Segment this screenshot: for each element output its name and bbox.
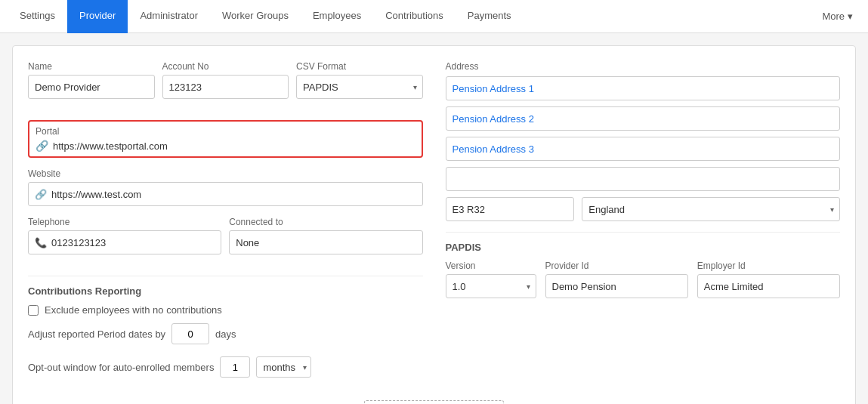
divider — [28, 276, 423, 276]
more-menu[interactable]: More ▾ — [814, 0, 860, 33]
adjust-input[interactable] — [171, 323, 209, 344]
link-icon: 🔗 — [35, 189, 47, 200]
portal-input-row: 🔗 — [36, 140, 415, 152]
papdis-row: Version 1.0 2.0 ▾ Provider Id — [446, 261, 841, 298]
employer-id-input[interactable] — [697, 274, 840, 298]
employer-id-label: Employer Id — [697, 261, 840, 271]
name-label: Name — [28, 61, 155, 72]
version-select[interactable]: 1.0 2.0 — [446, 274, 536, 298]
address-section: Address England Scotland Wales — [446, 61, 841, 221]
website-label: Website — [28, 168, 423, 179]
tab-administrator[interactable]: Administrator — [128, 0, 210, 33]
provider-card: Name Account No CSV Format PAPDIS CSV — [12, 45, 856, 404]
tab-provider[interactable]: Provider — [67, 0, 128, 33]
csv-format-select[interactable]: PAPDIS CSV Other — [296, 75, 423, 99]
address-4-blank — [446, 167, 841, 191]
name-input[interactable] — [28, 75, 155, 99]
papdis-title: PAPDIS — [446, 242, 841, 253]
exclude-checkbox[interactable] — [28, 305, 39, 316]
address-2-input[interactable] — [446, 106, 841, 131]
optout-label: Opt-out window for auto-enrolled members — [28, 362, 214, 373]
adjust-unit: days — [215, 328, 236, 340]
portal-wrapper: Portal 🔗 — [28, 120, 423, 158]
provider-id-input[interactable] — [545, 274, 688, 298]
website-field-group: Website 🔗 — [28, 168, 423, 206]
account-no-label: Account No — [162, 61, 289, 72]
exclude-checkbox-row: Exclude employees with no contributions — [28, 304, 423, 316]
portal-input[interactable] — [53, 140, 415, 152]
connected-to-field-group: Connected to — [229, 217, 422, 254]
website-input-wrapper: 🔗 — [28, 182, 423, 206]
portal-label: Portal — [36, 126, 415, 137]
telephone-field-group: Telephone 📞 — [28, 217, 221, 254]
main-content: Name Account No CSV Format PAPDIS CSV — [0, 33, 868, 404]
account-no-field-group: Account No — [162, 61, 289, 99]
telephone-label: Telephone — [28, 217, 221, 227]
adjust-label: Adjust reported Period dates by — [28, 328, 165, 340]
connected-to-input[interactable] — [229, 230, 422, 254]
version-field-group: Version 1.0 2.0 ▾ — [446, 261, 536, 298]
postcode-input[interactable] — [446, 197, 575, 221]
months-select-wrapper: months weeks days ▾ — [256, 356, 311, 378]
contributions-reporting-title: Contributions Reporting — [28, 285, 423, 297]
papdis-divider — [446, 232, 841, 233]
name-field-group: Name — [28, 61, 155, 99]
csv-format-label: CSV Format — [296, 61, 423, 72]
right-column: Address England Scotland Wales — [446, 61, 841, 388]
address-3-input[interactable] — [446, 137, 841, 161]
link-icon: 🔗 — [36, 140, 48, 152]
employer-id-field-group: Employer Id — [697, 261, 840, 298]
country-select[interactable]: England Scotland Wales Northern Ireland — [582, 197, 840, 221]
csv-format-field-group: CSV Format PAPDIS CSV Other ▾ — [296, 61, 423, 99]
tab-contributions[interactable]: Contributions — [373, 0, 456, 33]
optout-number-input[interactable] — [220, 356, 250, 378]
optout-row: Opt-out window for auto-enrolled members… — [28, 356, 423, 378]
nav-bar: Settings Provider Administrator Worker G… — [0, 0, 868, 33]
address-1-input[interactable] — [446, 76, 841, 100]
tab-employees[interactable]: Employees — [301, 0, 373, 33]
left-column: Name Account No CSV Format PAPDIS CSV — [28, 61, 423, 388]
chevron-down-icon: ▾ — [848, 11, 853, 22]
update-pension-button[interactable]: Update Pension Scheme — [364, 400, 505, 404]
adjust-row: Adjust reported Period dates by days — [28, 323, 423, 344]
telephone-input[interactable] — [51, 237, 215, 248]
version-select-wrapper: 1.0 2.0 ▾ — [446, 274, 536, 298]
provider-id-label: Provider Id — [545, 261, 688, 271]
telephone-input-wrapper: 📞 — [28, 230, 221, 254]
address-label: Address — [446, 61, 841, 72]
website-input[interactable] — [51, 189, 416, 200]
country-select-wrapper: England Scotland Wales Northern Ireland … — [582, 197, 840, 221]
csv-format-select-wrapper: PAPDIS CSV Other ▾ — [296, 75, 423, 99]
version-label: Version — [446, 261, 536, 271]
postcode-country-row: England Scotland Wales Northern Ireland … — [446, 197, 841, 221]
telephone-connected-row: Telephone 📞 Connected to — [28, 217, 423, 265]
form-grid: Name Account No CSV Format PAPDIS CSV — [28, 61, 840, 388]
tab-payments[interactable]: Payments — [456, 0, 524, 33]
phone-icon: 📞 — [35, 237, 47, 248]
top-row: Name Account No CSV Format PAPDIS CSV — [28, 61, 423, 109]
account-no-input[interactable] — [162, 75, 289, 99]
tab-worker-groups[interactable]: Worker Groups — [210, 0, 301, 33]
provider-id-field-group: Provider Id — [545, 261, 688, 298]
months-select[interactable]: months weeks days — [256, 356, 311, 378]
tab-settings[interactable]: Settings — [8, 0, 67, 33]
exclude-checkbox-label: Exclude employees with no contributions — [45, 304, 222, 316]
connected-to-label: Connected to — [229, 217, 422, 227]
